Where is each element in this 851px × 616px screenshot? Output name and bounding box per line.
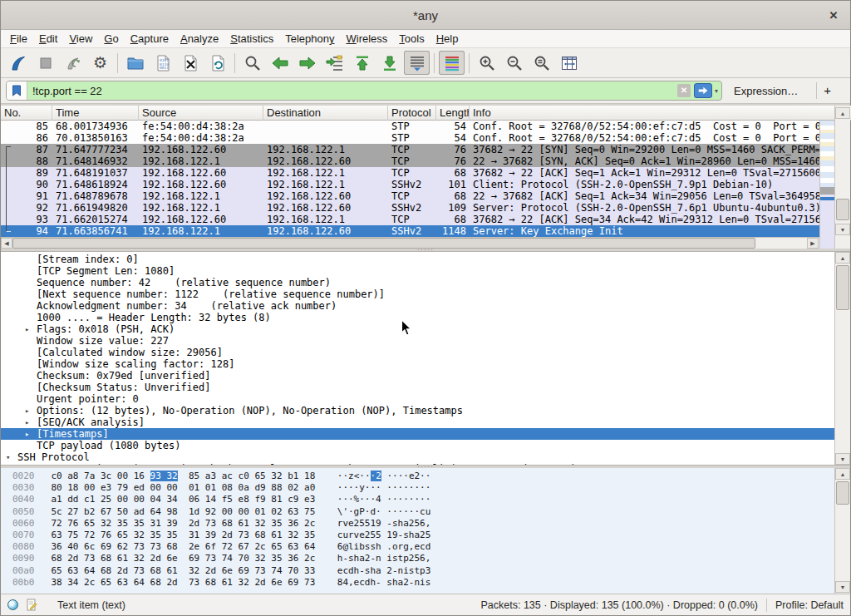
column-header-no[interactable]: No.: [1, 106, 52, 121]
expander-closed-icon[interactable]: ▸: [25, 416, 29, 428]
detail-line[interactable]: Sequence number: 42 (relative sequence n…: [1, 277, 836, 288]
menu-analyze[interactable]: Analyze: [175, 31, 224, 47]
hex-row-0060[interactable]: 0060 72 76 65 32 35 35 31 39 2d 73 68 61…: [12, 518, 430, 530]
go-back-button[interactable]: [267, 51, 293, 75]
expression-button[interactable]: Expression…: [734, 85, 798, 97]
stop-capture-button[interactable]: [32, 51, 58, 75]
resize-columns-button[interactable]: [556, 51, 582, 75]
intelligent-scrollbar-minimap[interactable]: [819, 121, 836, 249]
hex-row-00b0[interactable]: 00b0 38 34 2c 65 63 64 68 2d 73 68 61 32…: [12, 577, 430, 589]
scroll-thumb[interactable]: [12, 238, 755, 249]
expander-open-icon[interactable]: ▾: [6, 451, 10, 463]
reload-file-button[interactable]: [204, 51, 230, 75]
scroll-down-button[interactable]: ▼: [835, 581, 850, 593]
go-to-top-button[interactable]: [349, 51, 375, 75]
detail-line[interactable]: ▸[Timestamps]: [1, 428, 836, 440]
menu-file[interactable]: File: [4, 31, 33, 47]
close-file-button[interactable]: [177, 51, 203, 75]
open-file-button[interactable]: [122, 51, 148, 75]
hex-row-0040[interactable]: 0040 a1 dd c1 25 00 00 04 34 06 14 f5 e8…: [12, 494, 430, 505]
packet-row-90[interactable]: 9071.648618924192.168.122.60192.168.122.…: [1, 179, 819, 190]
bytes-vscrollbar[interactable]: ▲ ▼: [834, 468, 850, 594]
packet-row-86[interactable]: 8670.013850163fe:54:00:d4:38:2aSTP54Conf…: [1, 132, 819, 144]
menu-help[interactable]: Help: [430, 31, 465, 47]
capture-options-button[interactable]: ⚙: [87, 51, 113, 75]
expander-closed-icon[interactable]: ▸: [25, 323, 29, 335]
hex-row-00a0[interactable]: 00a0 65 63 64 68 2d 73 68 61 32 2d 6e 69…: [12, 565, 430, 577]
column-header-info[interactable]: Info: [470, 106, 851, 121]
hex-row-0090[interactable]: 0090 68 2d 73 68 61 32 2d 6e 69 73 74 70…: [12, 553, 430, 564]
detail-line[interactable]: [Checksum Status: Unverified]: [1, 382, 836, 393]
packet-list-hscrollbar[interactable]: ◀ ▶: [1, 237, 819, 249]
column-header-source[interactable]: Source: [139, 106, 263, 121]
detail-line[interactable]: [Stream index: 0]: [1, 254, 836, 265]
expander-closed-icon[interactable]: ▸: [25, 405, 29, 416]
column-header-time[interactable]: Time: [52, 106, 139, 121]
details-vscrollbar[interactable]: ▲ ▼: [834, 252, 850, 465]
scroll-right-button[interactable]: ▶: [807, 238, 819, 249]
detail-line[interactable]: ▸[SEQ/ACK analysis]: [1, 416, 836, 428]
detail-line[interactable]: Acknowledgment number: 34 (relative ack …: [1, 300, 836, 312]
go-to-packet-button[interactable]: [322, 51, 347, 75]
find-packet-button[interactable]: [239, 51, 265, 75]
hex-row-0050[interactable]: 0050 5c 27 b2 67 50 ad 64 98 1d 92 00 00…: [12, 506, 430, 518]
scroll-thumb[interactable]: [836, 481, 849, 505]
scroll-thumb[interactable]: [836, 199, 849, 220]
detail-line[interactable]: ▸Options: (12 bytes), No-Operation (NOP)…: [1, 405, 836, 416]
menu-telephony[interactable]: Telephony: [279, 31, 340, 47]
packet-row-94[interactable]: 9471.663856741192.168.122.1192.168.122.6…: [1, 225, 819, 237]
profile-label[interactable]: Profile: Default: [775, 599, 844, 611]
detail-line[interactable]: [TCP Segment Len: 1080]: [1, 265, 836, 277]
menu-tools[interactable]: Tools: [393, 31, 430, 47]
zoom-out-button[interactable]: [501, 51, 527, 75]
close-window-button[interactable]: ✕: [825, 7, 842, 24]
capture-comment-icon[interactable]: [27, 599, 37, 611]
detail-line[interactable]: [Next sequence number: 1122 (relative se…: [1, 288, 836, 300]
colorize-toggle-button[interactable]: [439, 51, 465, 75]
scroll-left-button[interactable]: ◀: [1, 238, 12, 249]
detail-line[interactable]: [Window size scaling factor: 128]: [1, 358, 836, 370]
packet-row-93[interactable]: 9371.662015274192.168.122.60192.168.122.…: [1, 214, 819, 225]
restart-capture-button[interactable]: [60, 51, 86, 75]
filter-history-dropdown[interactable]: ▾: [715, 87, 718, 95]
packet-list-vscrollbar[interactable]: ▲ ▼: [834, 106, 850, 249]
packet-row-85[interactable]: 8568.001734936fe:54:00:d4:38:2aSTP54Conf…: [1, 121, 819, 132]
packet-row-88[interactable]: 8871.648146932192.168.122.1192.168.122.6…: [1, 155, 819, 167]
expert-info-icon[interactable]: [7, 599, 18, 610]
packet-row-92[interactable]: 9271.661949820192.168.122.1192.168.122.6…: [1, 202, 819, 214]
zoom-original-button[interactable]: [529, 51, 554, 75]
menu-go[interactable]: Go: [98, 31, 124, 47]
hex-row-0080[interactable]: 0080 36 40 6c 69 62 73 73 68 2e 6f 72 67…: [12, 541, 430, 553]
go-forward-button[interactable]: [294, 51, 320, 75]
column-header-protocol[interactable]: Protocol: [388, 106, 436, 121]
detail-line[interactable]: Window size value: 227: [1, 335, 836, 347]
detail-line[interactable]: Checksum: 0x79ed [unverified]: [1, 370, 836, 382]
scroll-down-button[interactable]: ▼: [835, 453, 850, 465]
auto-scroll-toggle-button[interactable]: [404, 51, 430, 75]
zoom-in-button[interactable]: [474, 51, 499, 75]
packet-row-91[interactable]: 9171.648789678192.168.122.1192.168.122.6…: [1, 190, 819, 202]
packet-row-89[interactable]: 8971.648191037192.168.122.60192.168.122.…: [1, 167, 819, 179]
detail-line[interactable]: ▸Flags: 0x018 (PSH, ACK): [1, 323, 836, 335]
filter-bookmark-button[interactable]: [7, 81, 27, 100]
go-to-bottom-button[interactable]: [376, 51, 402, 75]
column-header-destination[interactable]: Destination: [263, 106, 388, 121]
detail-line[interactable]: [Calculated window size: 29056]: [1, 347, 836, 358]
start-capture-button[interactable]: [5, 51, 31, 75]
add-filter-button[interactable]: +: [816, 82, 838, 99]
title-bar[interactable]: *any ✕: [1, 1, 850, 30]
hex-row-0020[interactable]: 0020 c0 a8 7a 3c 00 16 93 32 85 a3 ac c0…: [12, 471, 430, 482]
hex-row-0030[interactable]: 0030 80 18 00 e3 79 ed 00 00 01 01 08 0a…: [12, 482, 430, 494]
expander-closed-icon[interactable]: ▸: [37, 463, 41, 466]
save-file-button[interactable]: 010101100011: [150, 51, 175, 75]
menu-statistics[interactable]: Statistics: [224, 31, 279, 47]
scroll-up-button[interactable]: ▲: [835, 107, 850, 119]
scroll-thumb[interactable]: [836, 265, 849, 310]
scroll-down-button[interactable]: ▼: [835, 224, 850, 235]
filter-clear-button[interactable]: ✕: [677, 84, 691, 97]
menu-capture[interactable]: Capture: [125, 31, 175, 47]
scroll-up-button[interactable]: ▲: [835, 252, 850, 264]
menu-wireless[interactable]: Wireless: [341, 31, 394, 47]
detail-line[interactable]: ▾SSH Protocol: [1, 451, 836, 463]
menu-view[interactable]: View: [63, 31, 98, 47]
